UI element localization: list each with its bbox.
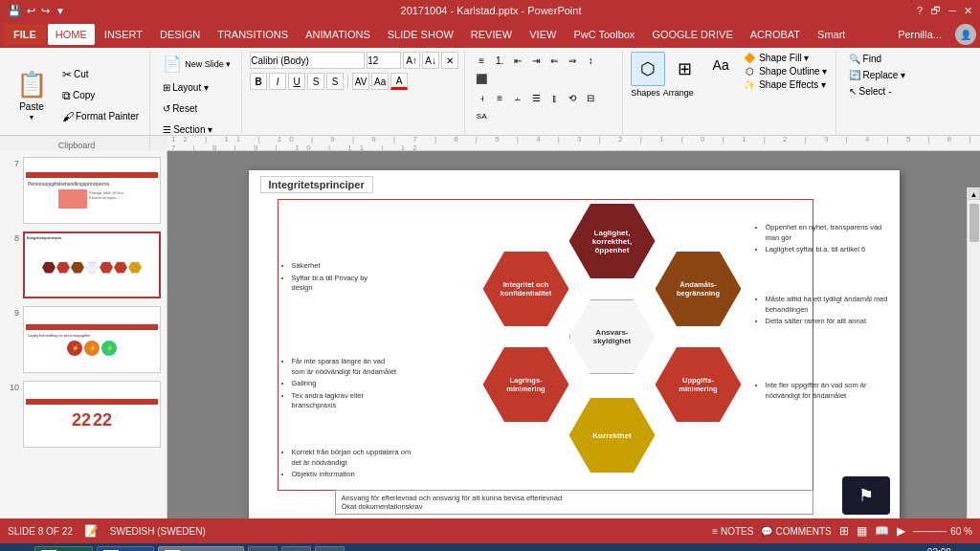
slide-preview-9: Laglig behandling av personuppgifter ⚡ ⚡… (23, 306, 161, 373)
view-fullscreen-icon[interactable]: ▶ (897, 524, 905, 538)
new-slide-button[interactable]: 📄 New Slide ▾ (158, 52, 235, 76)
shape-outline-icon: ⬡ (743, 66, 756, 77)
reset-button[interactable]: ↺ Reset (158, 99, 234, 118)
taskbar-word[interactable]: W Word (97, 546, 154, 551)
restore-btn[interactable]: 🗗 (930, 5, 941, 16)
decrease-indent-btn[interactable]: ⇤ (509, 52, 526, 69)
window-controls: ? 🗗 ─ ✕ (917, 5, 972, 17)
arrange-button[interactable]: ⊞ (667, 52, 702, 86)
taskbar-lock[interactable]: 🔒 (315, 546, 345, 551)
undo-icon[interactable]: ↩ (27, 5, 35, 17)
format-painter-button[interactable]: 🖌 Format Painter (57, 107, 144, 126)
increase-font-btn[interactable]: A↑ (403, 52, 420, 69)
comments-btn[interactable]: 💬 COMMENTS (761, 526, 831, 537)
menu-user[interactable]: Pernilla... (890, 24, 949, 45)
align-left-btn[interactable]: ⫞ (473, 89, 490, 106)
slide-thumbnail-9[interactable]: 9 Laglig behandling av personuppgifter ⚡… (4, 304, 163, 375)
strikethrough-btn[interactable]: S (307, 73, 324, 90)
menu-review[interactable]: REVIEW (463, 24, 520, 45)
text-direction-btn[interactable]: ⟲ (564, 89, 581, 106)
close-btn[interactable]: ✕ (964, 5, 972, 17)
scroll-thumb[interactable] (969, 204, 979, 242)
cut-button[interactable]: ✂ Cut (57, 65, 144, 84)
menu-view[interactable]: VIEW (522, 24, 564, 45)
taskbar-file-explorer[interactable]: 📁 (248, 546, 278, 551)
start-button[interactable]: ⊞ (4, 546, 31, 551)
justify-btn[interactable]: ☰ (527, 89, 545, 106)
slide-thumbnail-7[interactable]: 7 Personuppgiftsbehandlingsprinciperna S… (4, 155, 163, 226)
statusbar: SLIDE 8 OF 22 📝 SWEDISH (SWEDEN) ≡ NOTES… (0, 518, 980, 543)
text-sakerhet: Säkerhet Syftar bl.a till Privacy by des… (282, 261, 388, 296)
save-icon[interactable]: 💾 (8, 5, 21, 17)
menu-animations[interactable]: ANIMATIONS (298, 24, 378, 45)
arrange-label: Arrange (663, 88, 694, 98)
align-center-btn[interactable]: ≡ (491, 89, 508, 106)
char-spacing-btn[interactable]: AV (352, 73, 369, 90)
quick-styles-button[interactable]: Aa (707, 52, 734, 78)
menu-slideshow[interactable]: SLIDE SHOW (380, 24, 461, 45)
shapes-button[interactable]: ⬡ (631, 52, 665, 86)
ltr-btn[interactable]: ⇒ (564, 52, 581, 69)
convert-btn[interactable]: ⬛ (473, 70, 490, 87)
view-reading-icon[interactable]: 📖 (875, 524, 889, 538)
zoom-slider[interactable]: ───── 60 % (913, 526, 972, 537)
font-color-btn[interactable]: A (390, 73, 408, 90)
font-name-select[interactable] (250, 52, 365, 69)
notes-btn[interactable]: ≡ NOTES (712, 526, 753, 537)
replace-btn[interactable]: 🔄 Replace ▾ (845, 68, 909, 82)
minimize-btn[interactable]: ─ (948, 5, 956, 16)
align-text-btn[interactable]: ⊟ (582, 89, 599, 106)
file-menu[interactable]: FILE (4, 24, 46, 45)
bold-btn[interactable]: B (250, 73, 267, 90)
shape-outline-btn[interactable]: ⬡ Shape Outline ▾ (740, 65, 830, 77)
menu-pwc[interactable]: PwC Toolbox (566, 24, 642, 45)
help-btn[interactable]: ? (917, 5, 923, 16)
scroll-up-btn[interactable]: ▲ (969, 188, 980, 200)
columns-btn[interactable]: ⫿ (546, 89, 563, 106)
rtl-btn[interactable]: ⇐ (546, 52, 563, 69)
copy-button[interactable]: ⧉ Copy (57, 86, 144, 105)
decrease-font-btn[interactable]: A↓ (422, 52, 439, 69)
text-andamals: Måste alltid ha ett tydligt ändamål med … (756, 295, 890, 329)
underline-btn[interactable]: U (288, 73, 305, 90)
paste-button[interactable]: 📋 Paste ▼ (10, 67, 54, 124)
menu-acrobat[interactable]: ACROBAT (743, 24, 808, 45)
shadow-btn[interactable]: S (326, 73, 344, 90)
shape-effects-btn[interactable]: ✨ Shape Effects ▾ (740, 78, 830, 91)
shape-fill-btn[interactable]: 🔶 Shape Fill ▾ (740, 52, 830, 64)
smartart-btn[interactable]: SA (473, 107, 490, 124)
bullets-btn[interactable]: ≡ (473, 52, 490, 69)
taskbar-browser[interactable]: 🌐 (281, 546, 311, 551)
find-btn[interactable]: 🔍 Find (845, 52, 885, 66)
customize-icon[interactable]: ▼ (56, 6, 65, 16)
menu-googledrive[interactable]: GOOGLE DRIVE (644, 24, 740, 45)
align-right-btn[interactable]: ⫠ (509, 89, 526, 106)
canvas-area: 5432101234567 Integritetsprinciper Lagli… (167, 151, 980, 518)
slide-thumbnail-10[interactable]: 10 22 22 (4, 379, 163, 450)
change-case-btn[interactable]: Aa (371, 73, 389, 90)
menu-transitions[interactable]: TRANSITIONS (210, 24, 296, 45)
redo-icon[interactable]: ↪ (41, 5, 50, 17)
menu-design[interactable]: DESIGN (152, 24, 208, 45)
menu-insert[interactable]: INSERT (97, 24, 150, 45)
menu-smart[interactable]: Smart (810, 24, 853, 45)
menu-home[interactable]: HOME (48, 24, 95, 45)
font-size-select[interactable] (367, 52, 401, 69)
view-slide-icon[interactable]: ▦ (857, 524, 867, 538)
text-uppgifts: Inte fler uppgifter än vad som är nödvän… (756, 381, 890, 403)
line-spacing-btn[interactable]: ↕ (582, 52, 599, 69)
language[interactable]: SWEDISH (SWEDEN) (110, 526, 206, 537)
taskbar-powerpoint[interactable]: P PowerPoint (158, 546, 244, 551)
taskbar-excel[interactable]: X Excel (34, 546, 93, 551)
increase-indent-btn[interactable]: ⇥ (527, 52, 545, 69)
vertical-scrollbar[interactable]: ▲ ▼ (967, 187, 980, 518)
taskbar: ⊞ X Excel W Word P PowerPoint 📁 🌐 🔒 SV 🔋… (0, 543, 980, 551)
numbering-btn[interactable]: 1. (491, 52, 508, 69)
main-area: 7 Personuppgiftsbehandlingsprinciperna S… (0, 151, 980, 518)
layout-button[interactable]: ⊞ Layout ▾ (158, 77, 234, 97)
slide-thumbnail-8[interactable]: 8 Integritetsprinciper (4, 230, 163, 300)
select-btn[interactable]: ↖ Select - (845, 84, 896, 99)
italic-btn[interactable]: I (269, 73, 286, 90)
clear-format-btn[interactable]: ✕ (441, 52, 458, 69)
view-normal-icon[interactable]: ⊞ (839, 524, 849, 538)
